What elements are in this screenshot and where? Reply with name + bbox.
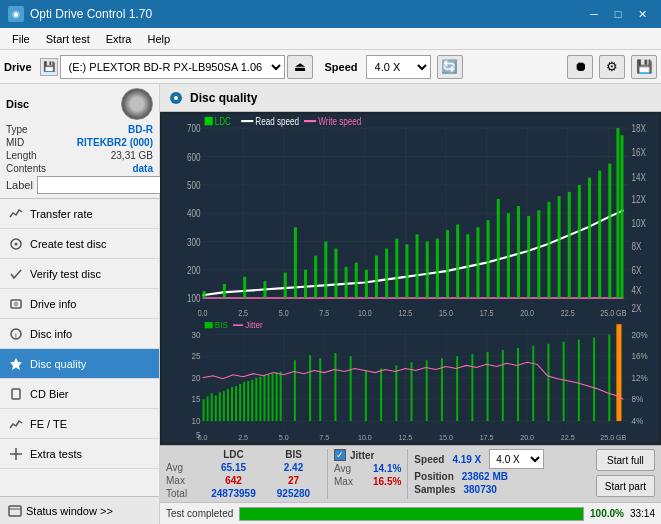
speed-row: Speed 4.19 X 4.0 X Max	[414, 449, 544, 469]
jitter-legend-text: Jitter	[245, 322, 263, 331]
svg-rect-72	[365, 270, 368, 298]
disc-panel: Disc Type BD-R MID RITEKBR2 (000) Length…	[0, 84, 159, 199]
svg-rect-85	[497, 199, 500, 298]
svg-rect-64	[284, 273, 287, 298]
svg-rect-76	[405, 244, 408, 298]
menu-file[interactable]: File	[4, 29, 38, 49]
svg-text:6X: 6X	[632, 264, 642, 277]
settings-button[interactable]: ⚙	[599, 55, 625, 79]
app-title: Opti Drive Control 1.70	[30, 7, 152, 21]
svg-rect-171	[502, 350, 504, 421]
mid-label: MID	[6, 137, 24, 148]
disc-graphic	[121, 88, 153, 120]
progress-area: Test completed 100.0% 33:14	[160, 502, 661, 524]
speed-stat-label: Speed	[414, 454, 444, 465]
svg-rect-77	[416, 234, 419, 298]
svg-text:20.0: 20.0	[520, 307, 534, 318]
eject-button[interactable]: ⏏	[287, 55, 313, 79]
stats-speed-select[interactable]: 4.0 X Max	[489, 449, 544, 469]
svg-rect-92	[568, 192, 571, 298]
svg-rect-170	[487, 352, 489, 421]
svg-rect-91	[558, 196, 561, 298]
minimize-button[interactable]: ─	[583, 5, 605, 23]
record-button[interactable]: ⏺	[567, 55, 593, 79]
label-input[interactable]	[37, 176, 170, 194]
svg-rect-160	[334, 353, 336, 421]
svg-text:4%: 4%	[632, 417, 644, 426]
sidebar-item-disc-info[interactable]: i Disc info	[0, 319, 159, 349]
status-window-button[interactable]: Status window >>	[0, 496, 159, 524]
jitter-header-row: ✓ Jitter	[334, 449, 401, 461]
sidebar-item-cd-bier[interactable]: CD Bier	[0, 379, 159, 409]
svg-text:15.0: 15.0	[439, 434, 453, 442]
extra-tests-label: Extra tests	[30, 448, 82, 460]
svg-rect-62	[243, 277, 246, 298]
svg-text:25.0 GB: 25.0 GB	[600, 434, 626, 442]
write-speed-legend-text: Write speed	[318, 115, 361, 128]
menu-bar: File Start test Extra Help	[0, 28, 661, 50]
bis-col-header: BIS	[266, 449, 321, 460]
svg-text:5.0: 5.0	[279, 434, 289, 442]
disc-info-icon: i	[8, 326, 24, 342]
ldc-total: 24873959	[201, 488, 266, 499]
start-part-button[interactable]: Start part	[596, 475, 655, 497]
svg-text:4X: 4X	[632, 283, 642, 296]
content-header: Disc quality	[160, 84, 661, 112]
contents-label: Contents	[6, 163, 46, 174]
progress-bar-container	[239, 507, 584, 521]
main-layout: Disc Type BD-R MID RITEKBR2 (000) Length…	[0, 84, 661, 524]
svg-rect-174	[547, 344, 549, 421]
sidebar-item-disc-quality[interactable]: Disc quality	[0, 349, 159, 379]
start-full-button[interactable]: Start full	[596, 449, 655, 471]
svg-rect-147	[243, 382, 245, 421]
drive-select[interactable]: (E:) PLEXTOR BD-R PX-LB950SA 1.06	[60, 55, 285, 79]
menu-extra[interactable]: Extra	[98, 29, 140, 49]
svg-rect-69	[334, 249, 337, 299]
svg-rect-138	[207, 397, 209, 422]
sidebar-item-verify-test-disc[interactable]: Verify test disc	[0, 259, 159, 289]
svg-rect-155	[276, 373, 278, 421]
jitter-avg-label: Avg	[334, 463, 369, 474]
speed-select[interactable]: 4.0 X Max 1.0 X 2.0 X 6.0 X 8.0 X	[366, 55, 431, 79]
svg-rect-145	[235, 386, 237, 421]
svg-rect-177	[593, 338, 595, 421]
disc-quality-icon	[8, 356, 24, 372]
top-chart-svg: 700 600 500 400 300 200 100 18X 16X 14X …	[162, 114, 659, 319]
svg-rect-66	[304, 270, 307, 298]
sidebar-item-transfer-rate[interactable]: Transfer rate	[0, 199, 159, 229]
disc-title: Disc	[6, 98, 29, 110]
svg-rect-71	[355, 263, 358, 298]
verify-test-disc-icon	[8, 266, 24, 282]
maximize-button[interactable]: □	[607, 5, 629, 23]
menu-start-test[interactable]: Start test	[38, 29, 98, 49]
samples-row: Samples 380730	[414, 484, 544, 495]
ldc-legend-color	[205, 117, 213, 125]
sidebar-item-fe-te[interactable]: FE / TE	[0, 409, 159, 439]
svg-rect-93	[578, 185, 581, 298]
svg-rect-78	[426, 241, 429, 298]
svg-rect-60	[203, 291, 206, 298]
sidebar-item-create-test-disc[interactable]: Create test disc	[0, 229, 159, 259]
save-button[interactable]: 💾	[631, 55, 657, 79]
svg-text:25: 25	[192, 352, 201, 361]
svg-rect-67	[314, 256, 317, 298]
jitter-checkbox[interactable]: ✓	[334, 449, 346, 461]
svg-rect-82	[466, 234, 469, 298]
empty-header	[166, 449, 201, 460]
refresh-button[interactable]: 🔄	[437, 55, 463, 79]
transfer-rate-icon	[8, 206, 24, 222]
stats-headers: LDC BIS	[166, 449, 321, 460]
svg-rect-61	[223, 284, 226, 298]
position-row: Position 23862 MB	[414, 471, 544, 482]
menu-help[interactable]: Help	[139, 29, 178, 49]
type-label: Type	[6, 124, 28, 135]
jitter-max: 16.5%	[373, 476, 401, 487]
svg-rect-73	[375, 256, 378, 298]
sidebar-item-extra-tests[interactable]: Extra tests	[0, 439, 159, 469]
close-button[interactable]: ✕	[631, 5, 653, 23]
ldc-bis-stats: LDC BIS Avg 65.15 2.42 Max 642 27 Total …	[166, 449, 321, 499]
svg-text:12.5: 12.5	[399, 434, 413, 442]
svg-rect-162	[365, 371, 367, 422]
position-value: 23862 MB	[462, 471, 508, 482]
sidebar-item-drive-info[interactable]: Drive info	[0, 289, 159, 319]
